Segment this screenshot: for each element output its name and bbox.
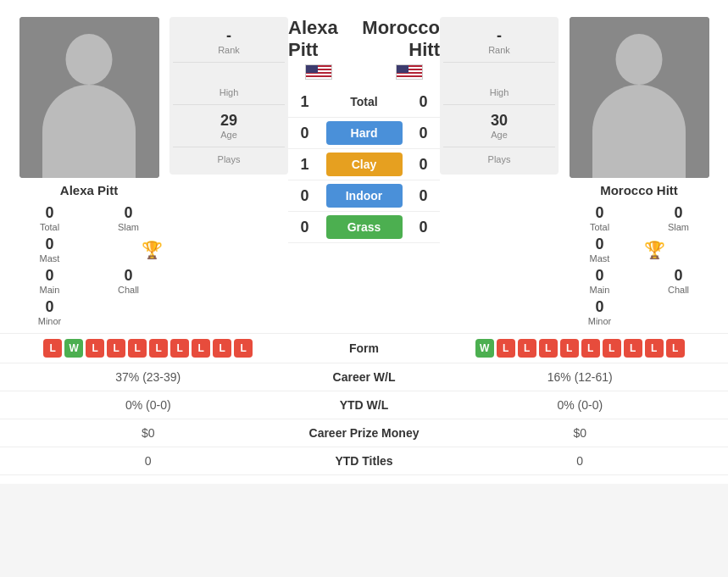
avatar-left bbox=[19, 17, 159, 178]
form-badge: L bbox=[539, 339, 558, 358]
score-row-indoor: 0 Indoor 0 bbox=[288, 180, 440, 212]
form-badge: L bbox=[43, 339, 62, 358]
rank-val-left: - bbox=[226, 27, 231, 45]
main-container: Alexa Pitt 0 Total 0 Slam 0 Mast 🏆 bbox=[0, 0, 728, 484]
plays-label-left: Plays bbox=[218, 154, 241, 164]
stat-slam-left: 0 Slam bbox=[94, 204, 163, 232]
form-badge: W bbox=[64, 339, 83, 358]
ytd-wl-label: YTD W/L bbox=[280, 398, 449, 412]
form-badge: L bbox=[518, 339, 536, 358]
career-wl-right: 16% (12-61) bbox=[449, 370, 712, 384]
flag-left bbox=[305, 64, 332, 80]
age-label-right: Age bbox=[491, 130, 508, 140]
stat-mast-right: 0 Mast bbox=[565, 236, 634, 264]
high-row-left: High bbox=[173, 63, 285, 105]
age-val-left: 29 bbox=[220, 112, 237, 130]
player-right: Morocco Hitt 0 Total 0 Slam 0 Mast 🏆 bbox=[559, 17, 720, 326]
prize-label: Career Prize Money bbox=[280, 426, 449, 440]
score-row-hard: 0 Hard 0 bbox=[288, 118, 440, 149]
ytd-titles-right: 0 bbox=[449, 454, 712, 468]
player-card-right: - Rank High 30 Age Plays bbox=[440, 17, 559, 175]
form-badge: L bbox=[149, 339, 168, 358]
form-badge: L bbox=[603, 339, 621, 358]
stat-trophy-left: 🏆 bbox=[94, 236, 163, 264]
plays-row-left: Plays bbox=[173, 147, 285, 171]
stat-minor-left: 0 Minor bbox=[15, 298, 84, 326]
stat-chall-left: 0 Chall bbox=[94, 267, 163, 295]
form-badges-left: LWLLLLLLLL bbox=[17, 339, 280, 358]
score-row-total: 1 Total 0 bbox=[288, 86, 440, 118]
player-right-name: Morocco Hitt bbox=[600, 183, 678, 197]
stat-total-right: 0 Total bbox=[565, 204, 634, 232]
form-label: Form bbox=[280, 341, 449, 355]
form-badge: L bbox=[192, 339, 210, 358]
form-badges-right: WLLLLLLLLL bbox=[449, 339, 712, 358]
ytd-titles-label: YTD Titles bbox=[280, 454, 449, 468]
player-right-stats: 0 Total 0 Slam 0 Mast 🏆 0 Main bbox=[559, 204, 720, 326]
player-left: Alexa Pitt 0 Total 0 Slam 0 Mast 🏆 bbox=[8, 17, 169, 326]
form-badge: L bbox=[86, 339, 104, 358]
stat-slam-right: 0 Slam bbox=[644, 204, 713, 232]
form-badge: L bbox=[645, 339, 664, 358]
flag-right bbox=[396, 64, 423, 80]
bottom-section: LWLLLLLLLL Form WLLLLLLLLL 37% (23-39) C… bbox=[0, 333, 728, 475]
form-badge: L bbox=[170, 339, 189, 358]
prize-row: $0 Career Prize Money $0 bbox=[0, 419, 728, 447]
ytd-titles-row: 0 YTD Titles 0 bbox=[0, 447, 728, 475]
player-left-name: Alexa Pitt bbox=[60, 183, 118, 197]
form-badge: L bbox=[624, 339, 642, 358]
stat-chall-right: 0 Chall bbox=[644, 267, 713, 295]
stat-main-right: 0 Main bbox=[565, 267, 634, 295]
plays-row-right: Plays bbox=[443, 147, 555, 171]
stat-minor-right: 0 Minor bbox=[565, 298, 634, 326]
score-row-grass: 0 Grass 0 bbox=[288, 212, 440, 243]
avatar-right bbox=[570, 17, 709, 178]
trophy-icon-left: 🏆 bbox=[142, 240, 163, 260]
stat-total-left: 0 Total bbox=[15, 204, 84, 232]
rank-label-right: Rank bbox=[488, 45, 510, 55]
form-badge: L bbox=[213, 339, 231, 358]
form-badge: L bbox=[128, 339, 147, 358]
career-wl-left: 37% (23-39) bbox=[17, 370, 280, 384]
prize-right: $0 bbox=[449, 426, 712, 440]
ytd-wl-row: 0% (0-0) YTD W/L 0% (0-0) bbox=[0, 391, 728, 419]
score-row-clay: 1 Clay 0 bbox=[288, 149, 440, 180]
center-name-left: Alexa Pitt bbox=[288, 17, 338, 60]
age-row-left: 29 Age bbox=[173, 105, 285, 147]
high-label-right: High bbox=[490, 87, 509, 97]
score-rows: 1 Total 0 0 Hard 0 1 Clay 0 0 bbox=[288, 86, 440, 243]
age-val-right: 30 bbox=[491, 112, 508, 130]
prize-left: $0 bbox=[17, 426, 280, 440]
player-left-stats: 0 Total 0 Slam 0 Mast 🏆 0 Main bbox=[8, 204, 169, 326]
rank-row-right: - Rank bbox=[443, 20, 555, 63]
form-badge: L bbox=[107, 339, 125, 358]
high-row-right: High bbox=[443, 63, 555, 105]
form-badge: L bbox=[581, 339, 600, 358]
rank-val-right: - bbox=[497, 27, 502, 45]
form-row: LWLLLLLLLL Form WLLLLLLLLL bbox=[0, 333, 728, 363]
plays-label-right: Plays bbox=[488, 154, 511, 164]
form-badge: L bbox=[234, 339, 253, 358]
ytd-wl-right: 0% (0-0) bbox=[449, 398, 712, 412]
form-badge: L bbox=[497, 339, 515, 358]
rank-label-left: Rank bbox=[218, 45, 240, 55]
center-section: Alexa Pitt Morocco Hitt 1 Total 0 bbox=[288, 17, 440, 243]
age-label-left: Age bbox=[220, 130, 237, 140]
player-card-left: - Rank High 29 Age Plays bbox=[169, 17, 288, 175]
top-section: Alexa Pitt 0 Total 0 Slam 0 Mast 🏆 bbox=[0, 8, 728, 326]
career-wl-label: Career W/L bbox=[280, 370, 449, 384]
high-label-left: High bbox=[220, 87, 239, 97]
career-wl-row: 37% (23-39) Career W/L 16% (12-61) bbox=[0, 363, 728, 391]
rank-row-left: - Rank bbox=[173, 20, 285, 63]
high-val-right bbox=[497, 69, 501, 87]
ytd-wl-left: 0% (0-0) bbox=[17, 398, 280, 412]
form-badge: L bbox=[560, 339, 579, 358]
age-row-right: 30 Age bbox=[443, 105, 555, 147]
high-val-left bbox=[226, 69, 231, 87]
stat-main-left: 0 Main bbox=[15, 267, 84, 295]
trophy-icon-right: 🏆 bbox=[644, 240, 665, 260]
stat-trophy-right: 🏆 bbox=[644, 236, 713, 264]
form-badge: L bbox=[666, 339, 685, 358]
stat-mast-left: 0 Mast bbox=[15, 236, 84, 264]
form-badge: W bbox=[475, 339, 494, 358]
